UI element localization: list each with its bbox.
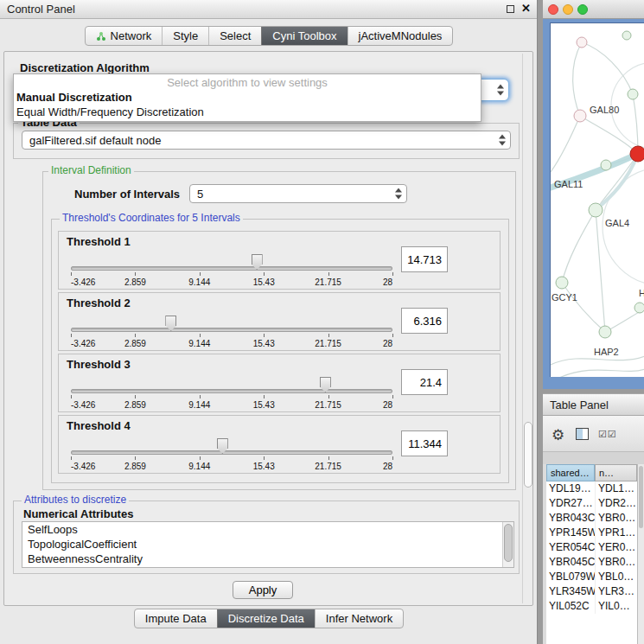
dropdown-placeholder-option[interactable]: Select algorithm to view settings <box>14 75 481 90</box>
tab-infer-network[interactable]: Infer Network <box>315 609 403 628</box>
table-panel-titlebar[interactable]: Table Panel <box>543 393 644 416</box>
threshold-2-panel: Threshold 2 -3.426 2.859 9.144 15.43 21.… <box>58 292 501 351</box>
threshold-3-slider[interactable]: -3.426 2.859 9.144 15.43 21.715 28 <box>71 373 392 411</box>
dropdown-option-manual-discretization[interactable]: Manual Discretization <box>14 90 481 105</box>
table-row[interactable]: YDR27…YDR2… <box>546 496 637 511</box>
table-row[interactable]: YDL19…YDL1… <box>546 481 637 496</box>
table-row[interactable]: YLR345WYLR3… <box>546 584 637 599</box>
node[interactable] <box>622 31 631 40</box>
cell-shared-name[interactable]: YER054C <box>546 540 595 555</box>
tick-label: 2.859 <box>124 400 146 410</box>
tab-impute-data-label: Impute Data <box>145 609 207 628</box>
node-gal4[interactable] <box>589 203 603 217</box>
threshold-4-slider[interactable]: -3.426 2.859 9.144 15.43 21.715 28 <box>71 435 392 473</box>
tab-style[interactable]: Style <box>162 27 208 45</box>
tab-network-label: Network <box>111 27 152 45</box>
cell-shared-name[interactable]: YLR345W <box>546 584 595 599</box>
threshold-2-slider[interactable]: -3.426 2.859 9.144 15.43 21.715 28 <box>71 312 392 350</box>
threshold-4-value-field[interactable] <box>401 430 448 456</box>
column-header-shared-name[interactable]: shared… <box>546 464 595 481</box>
node[interactable] <box>628 89 638 99</box>
table-row[interactable]: YBR043CYBR0… <box>546 511 637 526</box>
threshold-2-label: Threshold 2 <box>67 296 131 309</box>
table-row[interactable]: YBR045CYBR0… <box>546 555 637 570</box>
node-gal80[interactable] <box>574 110 586 122</box>
cell-shared-name[interactable]: YBR043C <box>546 511 595 526</box>
control-panel-titlebar[interactable]: Control Panel ✕ <box>0 0 537 19</box>
table-scrollbar[interactable] <box>637 464 644 644</box>
number-of-intervals-combobox[interactable]: 5 <box>189 184 407 203</box>
node[interactable] <box>601 160 611 170</box>
table-row[interactable]: YPR145WYPR1… <box>546 526 637 540</box>
tab-jactivemodules[interactable]: jActiveMNodules <box>348 27 453 45</box>
node[interactable] <box>634 303 644 313</box>
tick-label: 15.43 <box>253 339 275 348</box>
tab-select[interactable]: Select <box>208 27 261 45</box>
settings-gear-icon[interactable]: ⚙ <box>552 426 564 444</box>
column-header-name[interactable]: n… <box>595 464 637 481</box>
tab-cyni-toolbox[interactable]: Cyni Toolbox <box>261 27 347 45</box>
mac-close-icon[interactable] <box>548 4 558 15</box>
list-item-topologicalcoefficient[interactable]: TopologicalCoefficient <box>22 537 513 552</box>
network-canvas[interactable]: GAL80 GAL11 GAL4 GCY1 HAP2 H <box>550 22 644 377</box>
cell-name[interactable]: YER0… <box>595 540 637 555</box>
panel-scrollbar[interactable] <box>522 54 532 603</box>
tab-impute-data[interactable]: Impute Data <box>135 609 217 628</box>
tab-cyni-toolbox-label: Cyni Toolbox <box>272 27 336 45</box>
cell-shared-name[interactable]: YPR145W <box>546 526 595 540</box>
tick-label: -3.426 <box>71 400 95 410</box>
node-gcy1[interactable] <box>556 277 568 289</box>
threshold-1-value-field[interactable] <box>401 246 448 272</box>
threshold-1-slider[interactable]: -3.426 2.859 9.144 15.43 21.715 28 <box>71 251 392 289</box>
table-data-combobox[interactable]: galFiltered.sif default node <box>22 131 511 150</box>
list-scrollbar[interactable] <box>502 522 513 567</box>
tab-network[interactable]: Network <box>86 27 163 45</box>
threshold-4-label: Threshold 4 <box>67 419 131 432</box>
table-row[interactable]: YER054CYER0… <box>546 540 637 555</box>
tick-label: 28 <box>383 277 392 287</box>
cell-name[interactable]: YLR3… <box>595 584 637 599</box>
apply-button[interactable]: Apply <box>233 581 293 599</box>
table-row[interactable]: YIL052CYIL0… <box>546 599 637 614</box>
cell-shared-name[interactable]: YBL079W <box>546 570 595 584</box>
number-of-intervals-label: Number of Intervals <box>74 188 180 201</box>
dropdown-option-equal-width-frequency[interactable]: Equal Width/Frequency Discretization <box>14 105 481 119</box>
panel-scrollbar-thumb[interactable] <box>524 422 532 488</box>
list-scrollbar-thumb[interactable] <box>504 524 513 562</box>
table-row[interactable]: YBL079WYBL0… <box>546 570 637 584</box>
cell-name[interactable]: YDR2… <box>595 496 637 511</box>
float-window-icon[interactable] <box>507 5 514 13</box>
threshold-3-label: Threshold 3 <box>67 358 131 371</box>
cell-shared-name[interactable]: YBR045C <box>546 555 595 570</box>
network-window-titlebar[interactable] <box>543 0 644 19</box>
node-hap2[interactable] <box>599 326 611 338</box>
cell-name[interactable]: YIL0… <box>595 599 637 614</box>
cell-name[interactable]: YBR0… <box>595 555 637 570</box>
cell-shared-name[interactable]: YDL19… <box>546 481 595 496</box>
node-label-gal80: GAL80 <box>590 105 619 115</box>
threshold-3-value-field[interactable] <box>401 369 448 395</box>
node[interactable] <box>577 37 587 48</box>
list-item-selfloops[interactable]: SelfLoops <box>22 522 513 537</box>
list-item-betweennesscentrality[interactable]: BetweennessCentrality <box>22 552 513 566</box>
cell-name[interactable]: YPR1… <box>595 526 637 540</box>
threshold-1-label: Threshold 1 <box>67 235 131 248</box>
cell-name[interactable]: YBL0… <box>595 570 637 584</box>
slider-ticks <box>71 334 392 338</box>
cell-shared-name[interactable]: YIL052C <box>546 599 595 614</box>
mac-zoom-icon[interactable] <box>577 4 588 15</box>
node-table: YDL19…YDL1… YDR27…YDR2… YBR043CYBR0… YPR… <box>546 481 637 644</box>
select-columns-icon[interactable]: ☑☑ <box>598 429 617 440</box>
cell-name[interactable]: YBR0… <box>595 511 637 526</box>
columns-icon[interactable] <box>576 428 589 440</box>
threshold-2-value-field[interactable] <box>401 308 448 334</box>
close-icon[interactable]: ✕ <box>521 2 531 15</box>
table-scrollbar-thumb[interactable] <box>639 466 643 528</box>
tab-discretize-data[interactable]: Discretize Data <box>217 609 315 628</box>
numerical-attributes-label: Numerical Attributes <box>23 507 133 520</box>
numerical-attributes-list[interactable]: SelfLoops TopologicalCoefficient Between… <box>22 521 514 568</box>
cell-name[interactable]: YDL1… <box>595 481 637 496</box>
mac-minimize-icon[interactable] <box>563 4 573 15</box>
cell-shared-name[interactable]: YDR27… <box>546 496 595 511</box>
node-selected-red[interactable] <box>630 146 644 162</box>
